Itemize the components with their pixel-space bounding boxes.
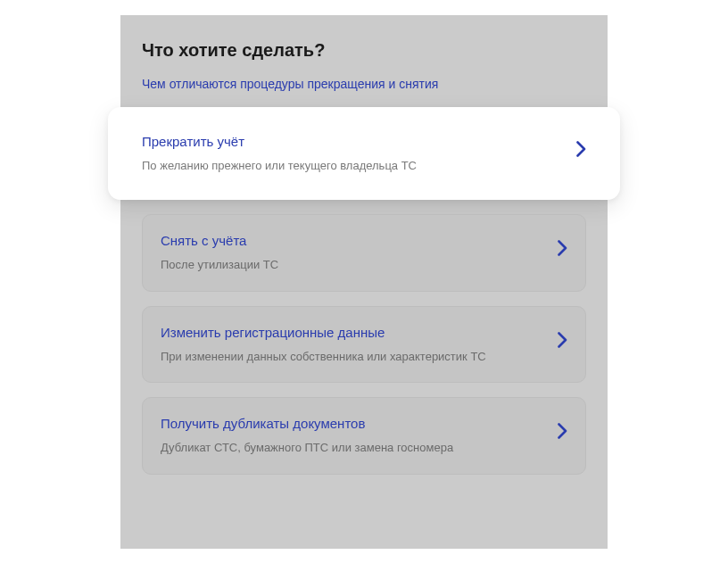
page-title: Что хотите сделать? (120, 40, 608, 61)
option-stop-registration[interactable]: Прекратить учёт По желанию прежнего или … (108, 107, 620, 201)
chevron-right-icon (558, 240, 567, 256)
option-title: Изменить регистрационные данные (161, 325, 567, 340)
option-desc: По желанию прежнего или текущего владель… (142, 158, 586, 174)
option-desc: При изменении данных собственника или ха… (161, 349, 567, 365)
option-title: Получить дубликаты документов (161, 416, 567, 431)
option-desc: После утилизации ТС (161, 257, 567, 273)
option-title: Прекратить учёт (142, 134, 586, 149)
chevron-right-icon (576, 141, 586, 157)
action-selection-panel: Что хотите сделать? Чем отличаются проце… (120, 15, 608, 549)
chevron-right-icon (558, 423, 567, 439)
chevron-right-icon (558, 332, 567, 348)
option-change-data[interactable]: Изменить регистрационные данные При изме… (142, 306, 586, 384)
option-title: Снять с учёта (161, 233, 567, 248)
option-remove-registration[interactable]: Снять с учёта После утилизации ТС (142, 214, 586, 292)
option-desc: Дубликат СТС, бумажного ПТС или замена г… (161, 440, 567, 456)
option-duplicates[interactable]: Получить дубликаты документов Дубликат С… (142, 397, 586, 475)
info-link[interactable]: Чем отличаются процедуры прекращения и с… (120, 77, 608, 91)
options-list: Прекратить учёт По желанию прежнего или … (120, 107, 608, 489)
